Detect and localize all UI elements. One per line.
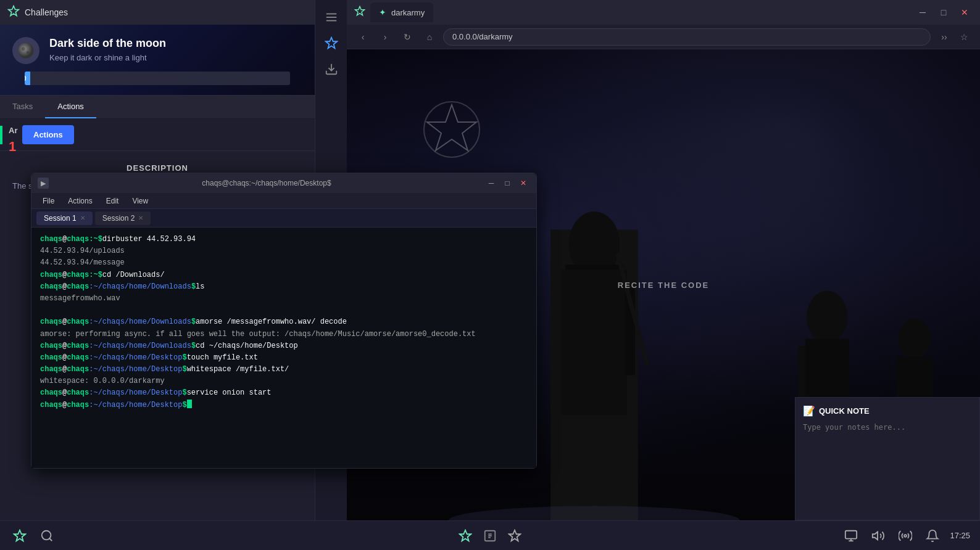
forward-button[interactable]: › (376, 28, 394, 46)
ar-label: Ar (9, 126, 17, 135)
refresh-button[interactable]: ↻ (399, 28, 416, 46)
challenge-title: Dark side of the moon (49, 37, 302, 51)
taskbar-left (10, 526, 57, 546)
terminal-tabbar: Session 1 ✕ Session 2 ✕ (31, 209, 536, 228)
svg-point-25 (42, 530, 51, 540)
challenge-avatar (12, 37, 39, 64)
term-minimize[interactable]: ─ (484, 176, 498, 190)
term-line-4: chaqs@chaqs:~$ cd /Downloads/ (40, 269, 528, 281)
term-line-8: amorse: performing async. if all goes we… (40, 329, 528, 340)
progress-bar-container: %0 (25, 72, 290, 85)
taskbar-network[interactable] (895, 526, 915, 546)
progress-label: %0 (25, 75, 27, 82)
svg-marker-0 (9, 6, 19, 15)
browser-window-controls: ─ □ ✕ (915, 4, 973, 20)
taskbar-store[interactable] (505, 526, 525, 546)
taskbar-right: 17:25 (841, 526, 970, 546)
description-label: DESCRIPTION (12, 163, 302, 173)
taskbar-files[interactable] (480, 526, 500, 546)
term-line-7: chaqs@chaqs:~/chaqs/home/Downloads$ amor… (40, 316, 528, 328)
minimize-button[interactable]: ─ (915, 4, 931, 20)
svg-marker-24 (14, 530, 25, 540)
svg-point-23 (449, 506, 740, 520)
term-maximize[interactable]: □ (500, 176, 514, 190)
browser-tab-title: darkarmy (391, 8, 425, 17)
term-line-5: chaqs@chaqs:~/chaqs/home/Downloads$ ls (40, 281, 528, 293)
terminal-tab-1[interactable]: Session 1 ✕ (36, 211, 93, 225)
term-line-3: 44.52.93.94/message (40, 257, 528, 269)
caption-overlay: RECITE THE CODE (618, 281, 709, 290)
challenge-info: Dark side of the moon Keep it dark or sh… (49, 37, 302, 62)
download-sidebar-icon[interactable] (320, 58, 343, 80)
terminal-title: chaqs@chaqs:~/chaqs/home/Desktop$ (54, 179, 480, 187)
terminal-body[interactable]: chaqs@chaqs:~$ dirbuster 44.52.93.94 44.… (31, 228, 536, 468)
terminal-tab-2[interactable]: Session 2 ✕ (95, 211, 151, 225)
taskbar-app-menu[interactable] (10, 526, 30, 546)
svg-line-26 (49, 538, 52, 541)
number-indicator: 1 (9, 139, 16, 155)
taskbar: 17:25 (0, 520, 980, 550)
terminal-cursor (187, 400, 192, 408)
svg-point-18 (807, 290, 847, 343)
svg-rect-14 (565, 265, 623, 270)
taskbar-display[interactable] (841, 526, 861, 546)
taskbar-notifications[interactable] (923, 526, 942, 546)
svg-point-1 (18, 43, 33, 58)
svg-rect-33 (845, 530, 857, 538)
terminal-titlebar: ▶ chaqs@chaqs:~/chaqs/home/Desktop$ ─ □ … (31, 173, 536, 193)
quick-note: 📝 QUICK NOTE (795, 397, 980, 520)
term-line-9: chaqs@chaqs:~/chaqs/home/Downloads$ cd ~… (40, 340, 528, 352)
tab-1-close[interactable]: ✕ (80, 215, 85, 221)
close-button[interactable]: ✕ (957, 4, 973, 20)
term-close[interactable]: ✕ (517, 176, 530, 190)
tab-tasks[interactable]: Tasks (0, 96, 45, 118)
term-line-14: chaqs@chaqs:~/chaqs/home/Desktop$ (40, 400, 528, 411)
quick-note-emoji: 📝 (803, 405, 815, 417)
maximize-button[interactable]: □ (936, 4, 952, 20)
tab-2-close[interactable]: ✕ (138, 215, 143, 221)
term-line-12: whitespace: 0.0.0.0/darkarmy (40, 376, 528, 387)
address-bar[interactable]: 0.0.0.0/darkarmy (443, 28, 931, 46)
tab-actions[interactable]: Actions (45, 96, 96, 118)
taskbar-clock: 17:25 (950, 531, 970, 540)
back-button[interactable]: ‹ (354, 28, 372, 46)
bookmark-button[interactable]: ☆ (955, 28, 973, 46)
terminal-icon: ▶ (38, 178, 49, 189)
svg-marker-27 (460, 530, 471, 540)
term-line-13: chaqs@chaqs:~/chaqs/home/Desktop$ servic… (40, 387, 528, 399)
svg-marker-32 (509, 530, 520, 540)
menu-edit[interactable]: Edit (100, 195, 125, 207)
toolbar-actions: ›› ☆ (936, 28, 973, 46)
svg-point-3 (27, 51, 29, 54)
challenges-title: Challenges (25, 7, 68, 17)
svg-point-2 (22, 47, 25, 51)
extensions-button[interactable]: ›› (936, 28, 953, 46)
menu-actions[interactable]: Actions (62, 195, 98, 207)
svg-point-37 (905, 535, 907, 537)
menu-sidebar-icon[interactable] (320, 6, 343, 28)
menu-file[interactable]: File (36, 195, 60, 207)
challenges-topbar: Challenges (0, 0, 315, 25)
svg-marker-36 (873, 532, 878, 540)
terminal-window: ▶ chaqs@chaqs:~/chaqs/home/Desktop$ ─ □ … (31, 173, 537, 469)
tab-favicon: ✦ (379, 7, 386, 17)
green-indicator (0, 126, 2, 144)
actions-button[interactable]: Actions (22, 125, 74, 144)
caption-text: RECITE THE CODE (618, 281, 709, 290)
menu-view[interactable]: View (126, 195, 154, 207)
home-button[interactable]: ⌂ (421, 28, 438, 46)
address-text: 0.0.0.0/darkarmy (452, 32, 513, 41)
terminal-menubar: File Actions Edit View (31, 193, 536, 209)
taskbar-center (455, 526, 525, 546)
term-line-10: chaqs@chaqs:~/chaqs/home/Desktop$ touch … (40, 352, 528, 364)
panel-tabs: Tasks Actions (0, 96, 315, 119)
svg-rect-15 (562, 269, 627, 415)
star-sidebar-icon[interactable] (320, 32, 343, 54)
actions-row: Ar Actions 1 (0, 119, 315, 151)
taskbar-search[interactable] (37, 526, 57, 546)
quick-note-input[interactable] (803, 423, 972, 512)
browser-tab[interactable]: ✦ darkarmy (370, 2, 433, 22)
svg-point-21 (899, 318, 931, 359)
taskbar-challenges[interactable] (455, 526, 475, 546)
taskbar-volume[interactable] (868, 526, 888, 546)
